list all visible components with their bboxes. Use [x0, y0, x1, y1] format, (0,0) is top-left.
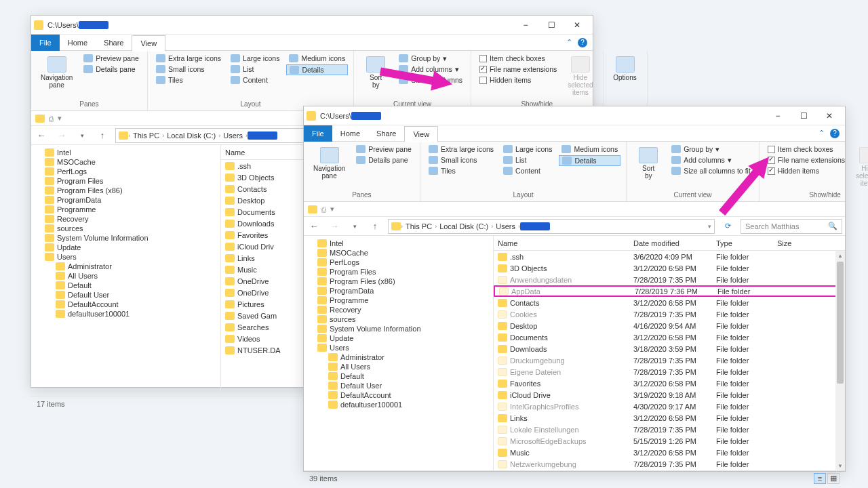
tree-item[interactable]: sources	[304, 314, 493, 324]
tree-item[interactable]: MSOCache	[304, 248, 493, 258]
table-row[interactable]: Anwendungsdaten7/28/2019 7:35 PMFile fol…	[494, 274, 845, 285]
close-button[interactable]: ✕	[816, 106, 842, 125]
layout-list[interactable]: List	[500, 155, 555, 165]
navigation-pane-button[interactable]: Navigation pane	[309, 144, 349, 182]
table-row[interactable]: Downloads3/18/2020 3:59 PMFile folder	[494, 343, 845, 354]
tree-item[interactable]: DefaultAccount	[304, 390, 493, 400]
layout-content[interactable]: Content	[228, 75, 282, 85]
size-all-columns-button[interactable]: Size all columns	[396, 75, 465, 85]
up-button[interactable]: ↑	[95, 128, 110, 143]
tab-share[interactable]: Share	[96, 35, 132, 51]
layout-details[interactable]: Details	[559, 155, 620, 166]
qat-toggle-icon[interactable]: ⎙	[321, 205, 326, 214]
tree-item[interactable]: Programme	[31, 205, 220, 214]
col-type[interactable]: Type	[716, 239, 777, 247]
details-view-button[interactable]: ≡	[814, 473, 826, 484]
titlebar[interactable]: C:\Users\xxx − ☐ ✕	[31, 16, 593, 35]
tree-item[interactable]: Programme	[304, 296, 493, 305]
tab-view[interactable]: View	[404, 126, 438, 142]
group-by-button[interactable]: Group by ▾	[396, 54, 465, 63]
file-extensions-toggle[interactable]: File name extensions	[765, 155, 848, 165]
scrollbar[interactable]: ▲▼	[835, 251, 845, 470]
tab-file[interactable]: File	[304, 125, 332, 142]
layout-lg[interactable]: Large icons	[228, 54, 282, 63]
recent-dropdown[interactable]: ▾	[347, 219, 362, 234]
qat-dropdown-icon[interactable]: ▾	[330, 205, 334, 214]
tree-item[interactable]: Program Files	[31, 176, 220, 186]
item-check-boxes-toggle[interactable]: Item check boxes	[765, 144, 848, 154]
table-row[interactable]: iCloud Drive3/19/2020 9:18 AMFile folder	[494, 389, 845, 401]
table-row[interactable]: Music3/12/2020 6:58 PMFile folder	[494, 447, 845, 458]
table-row[interactable]: Documents3/12/2020 6:58 PMFile folder	[494, 331, 845, 343]
back-button[interactable]: ←	[307, 219, 321, 234]
tree-item[interactable]: System Volume Information	[31, 233, 220, 243]
layout-sm[interactable]: Small icons	[153, 64, 224, 74]
close-button[interactable]: ✕	[564, 16, 590, 35]
ribbon-collapse-icon[interactable]: ⌃	[818, 129, 825, 138]
tree-item[interactable]: ProgramData	[304, 286, 493, 296]
refresh-button[interactable]: ⟳	[720, 219, 735, 234]
maximize-button[interactable]: ☐	[791, 106, 816, 125]
breadcrumb[interactable]: › This PC› Local Disk (C:)› Users› xxx ▾	[388, 219, 715, 234]
up-button[interactable]: ↑	[368, 219, 382, 234]
help-icon[interactable]: ?	[830, 129, 840, 138]
tree-item[interactable]: Default	[31, 281, 220, 290]
preview-pane-button[interactable]: Preview pane	[353, 144, 414, 154]
layout-tiles[interactable]: Tiles	[153, 75, 224, 85]
tree-item[interactable]: Administrator	[304, 352, 493, 362]
sort-by-button[interactable]: Sort by	[359, 54, 392, 92]
table-row[interactable]: Links3/12/2020 6:58 PMFile folder	[494, 412, 845, 424]
hidden-items-toggle[interactable]: Hidden items	[765, 166, 848, 176]
ribbon-collapse-icon[interactable]: ⌃	[566, 38, 572, 47]
item-check-boxes-toggle[interactable]: Item check boxes	[477, 54, 559, 63]
table-row[interactable]: Eigene Dateien7/28/2019 7:35 PMFile fold…	[494, 366, 845, 378]
table-row[interactable]: .ssh3/6/2020 4:09 PMFile folder	[494, 251, 845, 262]
tree-item[interactable]: Administrator	[31, 262, 220, 271]
layout-tiles[interactable]: Tiles	[426, 166, 496, 176]
layout-xl[interactable]: Extra large icons	[153, 54, 224, 63]
tree-item[interactable]: PerfLogs	[31, 167, 220, 176]
table-row[interactable]: Lokale Einstellungen7/28/2019 7:35 PMFil…	[494, 424, 845, 435]
col-date[interactable]: Date modified	[633, 239, 716, 247]
tree-item[interactable]: All Users	[304, 362, 493, 371]
tree-item[interactable]: PerfLogs	[304, 258, 493, 267]
tree-item[interactable]: Program Files	[304, 267, 493, 277]
hidden-items-toggle[interactable]: Hidden items	[477, 75, 559, 85]
tab-home[interactable]: Home	[60, 35, 96, 51]
options-button[interactable]: Options	[609, 54, 642, 84]
tree-item[interactable]: Users	[31, 252, 220, 262]
tree-item[interactable]: DefaultAccount	[31, 300, 220, 309]
table-row[interactable]: Druckumgebung7/28/2019 7:35 PMFile folde…	[494, 354, 845, 366]
table-row[interactable]: Cookies7/28/2019 7:35 PMFile folder	[494, 308, 845, 320]
layout-list[interactable]: List	[228, 64, 282, 74]
layout-content[interactable]: Content	[500, 166, 555, 176]
tree-item[interactable]: Intel	[31, 148, 220, 157]
recent-dropdown[interactable]: ▾	[75, 128, 90, 143]
table-row[interactable]: Desktop4/16/2020 9:54 AMFile folder	[494, 320, 845, 331]
table-row[interactable]: Netzwerkumgebung7/28/2019 7:35 PMFile fo…	[494, 458, 845, 470]
tree-item[interactable]: Users	[304, 343, 493, 352]
tree-item[interactable]: Intel	[304, 239, 493, 248]
add-columns-button[interactable]: Add columns ▾	[396, 64, 465, 74]
tree-item[interactable]: Recovery	[304, 305, 493, 314]
tree-item[interactable]: Update	[304, 333, 493, 343]
layout-sm[interactable]: Small icons	[426, 155, 496, 165]
scrollbar-thumb[interactable]	[837, 262, 844, 384]
tree-item[interactable]: Default User	[31, 290, 220, 300]
file-pane[interactable]: Name Date modified Type Size .ssh3/6/202…	[494, 236, 845, 470]
size-all-columns-button[interactable]: Size all columns to fit	[669, 166, 753, 176]
tree-item[interactable]: Program Files (x86)	[31, 186, 220, 195]
details-pane-button[interactable]: Details pane	[353, 155, 414, 165]
details-pane-button[interactable]: Details pane	[81, 64, 142, 74]
tree-item[interactable]: Default	[304, 371, 493, 381]
tree-item[interactable]: defaultuser100001	[304, 400, 493, 409]
table-row[interactable]: Favorites3/12/2020 6:58 PMFile folder	[494, 378, 845, 389]
qat-dropdown-icon[interactable]: ▾	[58, 114, 62, 123]
help-icon[interactable]: ?	[578, 38, 587, 47]
table-row[interactable]: MicrosoftEdgeBackups5/15/2019 1:26 PMFil…	[494, 435, 845, 447]
tree-item[interactable]: defaultuser100001	[31, 309, 220, 319]
layout-med[interactable]: Medium icons	[559, 144, 620, 154]
tree-item[interactable]: ProgramData	[31, 195, 220, 205]
tree-item[interactable]: System Volume Information	[304, 324, 493, 333]
tab-view[interactable]: View	[132, 35, 165, 52]
